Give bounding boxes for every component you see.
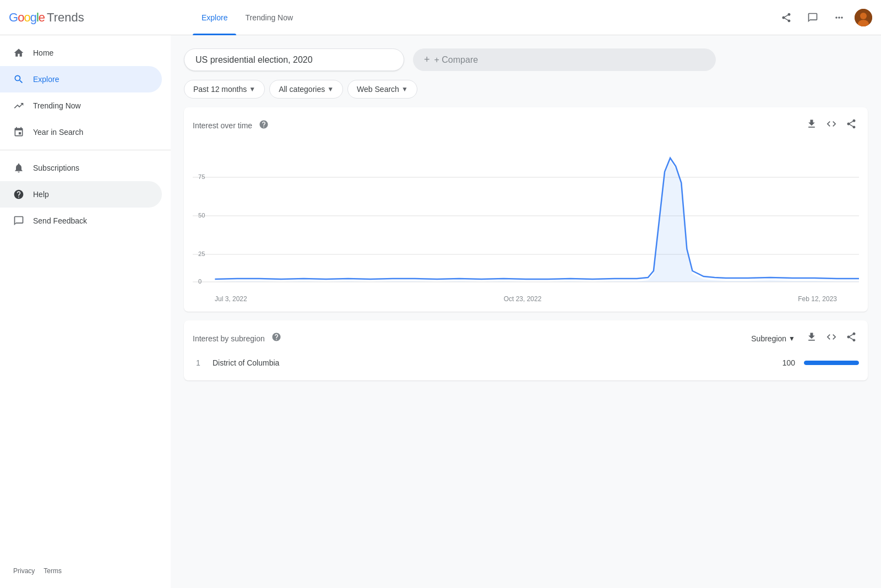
sidebar-footer: Privacy Terms	[0, 558, 171, 584]
geo-container: Interest by subregion Subregion ▼	[184, 320, 868, 380]
logo: Google Trends	[9, 10, 180, 25]
table-row: 1 District of Columbia 100	[193, 354, 859, 372]
sidebar-item-explore[interactable]: Explore	[0, 66, 162, 92]
calendar-icon	[13, 127, 24, 138]
sidebar-item-trending-label: Trending Now	[33, 101, 81, 110]
search-icon	[13, 74, 24, 85]
time-filter-label: Past 12 months	[193, 85, 247, 94]
chart-actions	[804, 116, 859, 134]
compare-plus-icon: +	[424, 54, 430, 66]
geo-title: Interest by subregion	[193, 334, 265, 343]
header: Google Trends Explore Trending Now	[0, 0, 881, 35]
geo-header: Interest by subregion Subregion ▼	[193, 329, 859, 347]
chart-share-button[interactable]	[844, 116, 859, 134]
chart-x-labels: Jul 3, 2022 Oct 23, 2022 Feb 12, 2023	[193, 293, 859, 303]
interest-chart: 75 50 25 0	[193, 139, 859, 293]
svg-point-1	[860, 13, 867, 19]
sidebar-item-subscriptions[interactable]: Subscriptions	[0, 155, 162, 181]
subregion-select[interactable]: Subregion ▼	[747, 332, 800, 345]
category-filter-arrow: ▼	[327, 85, 334, 93]
svg-text:50: 50	[198, 212, 205, 219]
help-icon	[13, 189, 24, 200]
svg-text:0: 0	[198, 278, 202, 285]
apps-button[interactable]	[828, 7, 850, 29]
type-filter-label: Web Search	[357, 85, 399, 94]
sidebar-item-home-label: Home	[33, 48, 53, 57]
sidebar-item-subscriptions-label: Subscriptions	[33, 164, 79, 172]
nav-explore[interactable]: Explore	[193, 0, 236, 35]
chat-button[interactable]	[802, 7, 824, 29]
compare-label: + Compare	[434, 55, 478, 65]
trends-logo-text: Trends	[47, 10, 84, 25]
type-filter-arrow: ▼	[401, 85, 408, 93]
privacy-link[interactable]: Privacy	[13, 567, 35, 575]
sidebar-item-feedback-label: Send Feedback	[33, 216, 87, 225]
terms-link[interactable]: Terms	[43, 567, 62, 575]
sidebar-item-year-label: Year in Search	[33, 128, 83, 137]
geo-actions: Subregion ▼	[747, 329, 859, 347]
category-filter[interactable]: All categories ▼	[269, 80, 343, 99]
feedback-icon	[13, 215, 24, 226]
chart-download-button[interactable]	[804, 116, 819, 134]
sidebar-item-help-label: Help	[33, 190, 49, 199]
sidebar-item-help[interactable]: Help	[0, 181, 162, 208]
chart-area: 75 50 25 0	[193, 139, 859, 293]
layout: Home Explore Trending Now Year in Search	[0, 35, 881, 588]
svg-marker-11	[215, 161, 859, 282]
geo-share-button[interactable]	[844, 329, 859, 347]
home-icon	[13, 47, 24, 58]
google-logo: Google	[9, 10, 45, 25]
chart-label-3: Feb 12, 2023	[798, 295, 837, 303]
chart-header: Interest over time	[193, 116, 859, 134]
search-term: US presidential election, 2020	[195, 55, 313, 65]
chart-label-1: Jul 3, 2022	[215, 295, 247, 303]
result-value: 100	[782, 358, 795, 367]
main-content: US presidential election, 2020 + + Compa…	[171, 35, 881, 588]
avatar[interactable]	[855, 9, 872, 26]
chart-embed-button[interactable]	[824, 116, 839, 134]
time-filter[interactable]: Past 12 months ▼	[184, 80, 265, 99]
svg-text:75: 75	[198, 173, 205, 180]
chart-label-2: Oct 23, 2022	[504, 295, 542, 303]
result-bar-container	[804, 361, 859, 365]
svg-text:25: 25	[198, 251, 205, 257]
subregion-arrow-icon: ▼	[788, 335, 795, 342]
sidebar-divider	[0, 150, 171, 150]
chart-help-icon[interactable]	[257, 117, 271, 134]
result-label: District of Columbia	[213, 358, 774, 367]
chart-title: Interest over time	[193, 121, 252, 130]
geo-download-button[interactable]	[804, 329, 819, 347]
search-area: US presidential election, 2020 + + Compa…	[184, 48, 868, 71]
sidebar-item-home[interactable]: Home	[0, 40, 162, 66]
compare-button[interactable]: + + Compare	[413, 48, 716, 71]
geo-help-icon[interactable]	[269, 330, 284, 347]
top-nav: Explore Trending Now	[193, 0, 775, 35]
chart-container: Interest over time	[184, 107, 868, 312]
type-filter[interactable]: Web Search ▼	[347, 80, 417, 99]
result-bar	[804, 361, 859, 365]
sidebar-item-trending[interactable]: Trending Now	[0, 92, 162, 119]
trending-icon	[13, 100, 24, 111]
subregion-label: Subregion	[751, 334, 786, 343]
category-filter-label: All categories	[279, 85, 325, 94]
search-input-container[interactable]: US presidential election, 2020	[184, 48, 404, 71]
filters: Past 12 months ▼ All categories ▼ Web Se…	[184, 80, 868, 99]
header-actions	[775, 7, 872, 29]
sidebar-item-year[interactable]: Year in Search	[0, 119, 162, 145]
sidebar: Home Explore Trending Now Year in Search	[0, 35, 171, 588]
bell-icon	[13, 162, 24, 173]
sidebar-item-feedback[interactable]: Send Feedback	[0, 208, 162, 234]
result-rank: 1	[193, 358, 204, 367]
time-filter-arrow: ▼	[249, 85, 255, 93]
geo-embed-button[interactable]	[824, 329, 839, 347]
sidebar-item-explore-label: Explore	[33, 75, 59, 84]
nav-trending[interactable]: Trending Now	[236, 0, 302, 35]
share-button[interactable]	[775, 7, 797, 29]
